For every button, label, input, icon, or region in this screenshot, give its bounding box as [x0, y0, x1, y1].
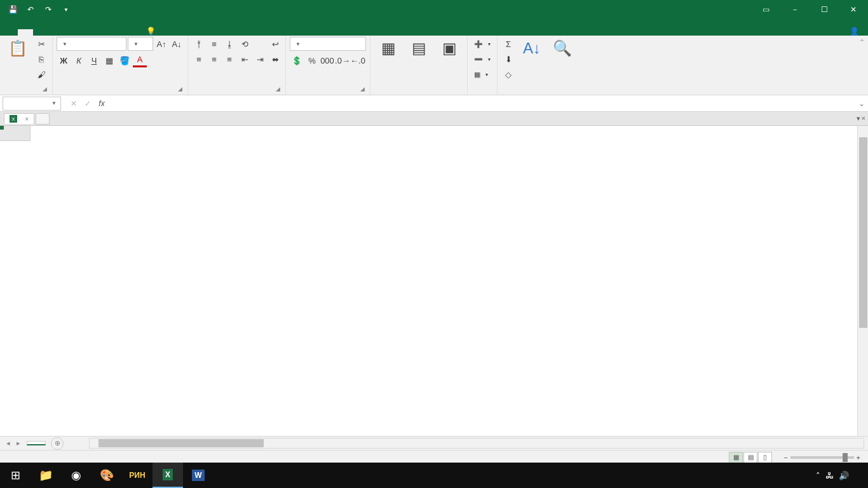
page-break-view-icon[interactable]: ▯ [758, 452, 772, 463]
page-layout-view-icon[interactable]: ▤ [743, 452, 757, 463]
collapse-ribbon-icon[interactable]: ⌃ [855, 36, 868, 95]
underline-icon[interactable]: Ч [87, 53, 101, 67]
clear-icon[interactable]: ◇ [501, 67, 515, 81]
format-as-table-button[interactable]: ▤ [405, 37, 433, 61]
sheet-nav-first-icon[interactable]: ◂ [4, 439, 13, 447]
decrease-decimal-icon[interactable]: ←.0 [351, 53, 365, 67]
increase-decimal-icon[interactable]: .0→ [336, 53, 349, 67]
tab-formulas[interactable] [64, 29, 79, 36]
zoom-slider[interactable] [790, 456, 854, 459]
conditional-formatting-button[interactable]: ▦ [374, 37, 402, 61]
close-icon[interactable]: ✕ [839, 0, 868, 19]
cancel-icon[interactable]: ✕ [67, 99, 80, 108]
tell-me[interactable]: 💡 [146, 27, 158, 36]
start-icon[interactable]: ⊞ [0, 463, 31, 488]
number-format-combo[interactable]: ▼ [290, 37, 366, 51]
wrap-text-icon[interactable]: ↩ [269, 37, 281, 51]
tab-view[interactable] [109, 29, 125, 36]
font-size-combo[interactable]: ▼ [128, 37, 153, 51]
grow-font-icon[interactable]: A↑ [154, 37, 168, 51]
share-button[interactable]: 👤 [850, 27, 862, 36]
bold-icon[interactable]: Ж [57, 53, 71, 67]
save-icon[interactable]: 💾 [5, 2, 20, 17]
new-sheet-icon[interactable]: ⊕ [51, 437, 64, 450]
tab-review[interactable] [94, 29, 109, 36]
tab-close-icon[interactable]: × [862, 114, 865, 123]
tab-dropdown-icon[interactable]: ▾ [857, 114, 860, 123]
cell-styles-button[interactable]: ▣ [435, 37, 463, 61]
qat-customize-icon[interactable]: ▼ [58, 2, 74, 17]
excel-taskbar-icon[interactable]: X [153, 463, 183, 488]
horizontal-scrollbar[interactable] [89, 438, 864, 449]
indent-decrease-icon[interactable]: ⇤ [238, 52, 252, 66]
font-name-combo[interactable]: ▼ [57, 37, 126, 51]
dialog-launcher-icon[interactable]: ◢ [358, 86, 366, 93]
file-explorer-icon[interactable]: 📁 [31, 463, 61, 488]
border-icon[interactable]: ▦ [102, 53, 116, 67]
insert-cells-button[interactable]: ➕▾ [471, 37, 493, 51]
align-middle-icon[interactable]: ≡ [207, 37, 221, 51]
format-painter-icon[interactable]: 🖌 [34, 67, 48, 81]
zoom-out-icon[interactable]: − [783, 454, 787, 461]
sheet-tab-bar: ◂ ▸ ⊕ [0, 436, 868, 450]
percent-icon[interactable]: % [305, 53, 319, 67]
dialog-launcher-icon[interactable]: ◢ [176, 86, 184, 93]
punto-icon[interactable]: РИН [122, 463, 153, 488]
delete-cells-button[interactable]: ➖▾ [471, 52, 493, 66]
ribbon-options-icon[interactable]: ▭ [751, 0, 780, 19]
select-all-triangle[interactable] [0, 126, 31, 141]
dialog-launcher-icon[interactable]: ◢ [274, 86, 281, 93]
cut-icon[interactable]: ✂ [34, 37, 48, 51]
comma-icon[interactable]: 000 [320, 53, 334, 67]
redo-icon[interactable]: ↷ [41, 2, 56, 17]
word-taskbar-icon[interactable]: W [183, 463, 214, 488]
autosum-icon[interactable]: Σ [501, 37, 515, 51]
font-color-icon[interactable]: A [133, 53, 147, 67]
fill-color-icon[interactable]: 🪣 [118, 53, 132, 67]
enter-icon[interactable]: ✓ [81, 99, 94, 108]
find-select-button[interactable]: 🔍 [548, 37, 576, 61]
sort-filter-button[interactable]: A↓ [518, 37, 546, 61]
align-left-icon[interactable]: ≡ [192, 52, 206, 66]
network-icon[interactable]: 🖧 [825, 471, 834, 480]
tab-data[interactable] [79, 29, 94, 36]
tray-up-icon[interactable]: ˄ [816, 471, 820, 480]
paste-button[interactable]: 📋 [4, 37, 32, 61]
align-center-icon[interactable]: ≡ [207, 52, 221, 66]
fill-icon[interactable]: ⬇ [501, 52, 515, 66]
align-top-icon[interactable]: ⭱ [192, 37, 206, 51]
normal-view-icon[interactable]: ▦ [729, 452, 743, 463]
paint-icon[interactable]: 🎨 [92, 463, 122, 488]
fx-icon[interactable]: fx [95, 99, 108, 108]
tab-insert[interactable] [33, 29, 48, 36]
shrink-font-icon[interactable]: A↓ [170, 37, 184, 51]
accounting-icon[interactable]: 💲 [290, 53, 304, 67]
tab-file[interactable] [3, 29, 18, 36]
indent-increase-icon[interactable]: ⇥ [253, 52, 267, 66]
align-right-icon[interactable]: ≡ [222, 52, 236, 66]
tab-page-layout[interactable] [48, 29, 64, 36]
chrome-icon[interactable]: ◉ [61, 463, 92, 488]
italic-icon[interactable]: К [72, 53, 86, 67]
maximize-icon[interactable]: ☐ [810, 0, 839, 19]
minimize-icon[interactable]: － [780, 0, 810, 19]
workbook-tab[interactable]: X × [4, 113, 34, 124]
name-box[interactable]: ▼ [3, 97, 61, 111]
close-tab-icon[interactable]: × [25, 115, 29, 123]
expand-formula-icon[interactable]: ⌄ [855, 99, 868, 108]
dialog-launcher-icon[interactable]: ◢ [41, 86, 48, 93]
copy-icon[interactable]: ⎘ [34, 52, 48, 66]
orientation-icon[interactable]: ⟲ [238, 37, 252, 51]
sheet-nav-last-icon[interactable]: ▸ [14, 439, 23, 447]
tab-home[interactable] [18, 29, 33, 36]
format-cells-button[interactable]: ▦▾ [471, 67, 491, 81]
sheet-tab[interactable] [27, 441, 46, 445]
zoom-in-icon[interactable]: + [857, 454, 860, 461]
volume-icon[interactable]: 🔊 [839, 471, 849, 480]
undo-icon[interactable]: ↶ [23, 2, 38, 17]
vertical-scrollbar[interactable] [857, 126, 868, 436]
worksheet-grid[interactable] [0, 126, 868, 436]
align-bottom-icon[interactable]: ⭳ [222, 37, 236, 51]
tab-office[interactable] [125, 29, 140, 36]
merge-center-icon[interactable]: ⬌ [269, 52, 281, 66]
